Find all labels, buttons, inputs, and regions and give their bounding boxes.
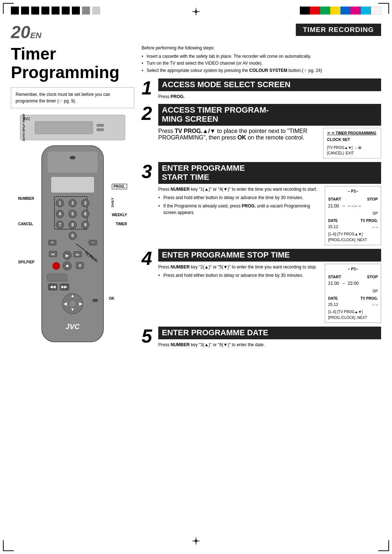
step-2-text: Press TV PROG.▲/▼ to place the pointer n… <box>158 128 320 158</box>
svg-text:OK: OK <box>93 299 98 303</box>
svg-text:⏭: ⏭ <box>76 252 79 256</box>
step-2-heading: ACCESS TIMER PROGRAM-MING SCREEN <box>158 104 381 126</box>
page-number: 20EN <box>11 24 41 41</box>
step-3-section: 3 ENTER PROGRAMMESTART TIME Press NUMBER… <box>142 162 381 245</box>
cancel-label: CANCEL <box>18 222 33 226</box>
svg-rect-6 <box>51 177 94 193</box>
page-title: Timer Programming <box>11 45 134 81</box>
prereq-section: Before performing the following steps: I… <box>142 45 381 74</box>
svg-text:8: 8 <box>72 222 74 227</box>
step-4-text: Press NUMBER key "2(▲)" or "5(▼)" to ent… <box>158 264 319 323</box>
weekly-label: WEEKLY <box>112 213 127 217</box>
step-2-body: Press TV PROG.▲/▼ to place the pointer n… <box>158 128 381 158</box>
step-1-content: ACCESS MODE SELECT SCREEN Press PROG. <box>158 78 381 100</box>
step-5-heading: ENTER PROGRAMME DATE <box>158 327 381 339</box>
timer-label: TIMER <box>116 222 127 226</box>
right-column: Before performing the following steps: I… <box>142 45 381 352</box>
note-box: Remember, the clock must be set before y… <box>11 87 134 108</box>
step-3-text: Press NUMBER key "1(▲)" or "4(▼)" to ent… <box>158 186 319 245</box>
top-decoration-squares <box>11 7 100 15</box>
step-1-section: 1 ACCESS MODE SELECT SCREEN Press PROG. <box>142 78 381 100</box>
step-5-content: ENTER PROGRAMME DATE Press NUMBER key "3… <box>158 327 381 348</box>
step-4-number: 4 <box>142 249 155 268</box>
svg-text:7: 7 <box>59 222 61 227</box>
step-4-heading: ENTER PROGRAMME STOP TIME <box>158 249 381 262</box>
step-2-menu-box: ☞ ☞ TIMER PROGRAMMING CLOCK SET [TV PROG… <box>323 128 381 158</box>
svg-text:▼: ▼ <box>70 307 75 312</box>
svg-text:6: 6 <box>84 211 87 217</box>
step-1-heading: ACCESS MODE SELECT SCREEN <box>158 78 381 91</box>
step-3-number: 3 <box>142 162 155 181</box>
step-5-section: 5 ENTER PROGRAMME DATE Press NUMBER key … <box>142 327 381 348</box>
prog-label: PROG. <box>112 184 127 189</box>
step-4-section: 4 ENTER PROGRAMME STOP TIME Press NUMBER… <box>142 249 381 323</box>
remote-svg: 1 2 3 4 5 6 7 <box>20 144 125 347</box>
step-2-section: 2 ACCESS TIMER PROGRAM-MING SCREEN Press… <box>142 104 381 158</box>
svg-text:▶: ▶ <box>79 301 83 306</box>
svg-text:JVC: JVC <box>66 323 80 331</box>
ok-label: OK <box>109 296 114 300</box>
step-1-body: Press PROG. <box>158 93 381 100</box>
svg-text:▲: ▲ <box>70 293 75 298</box>
center-crosshair-top <box>192 8 200 17</box>
step-4-content: ENTER PROGRAMME STOP TIME Press NUMBER k… <box>158 249 381 323</box>
svg-text:⏮: ⏮ <box>51 252 55 256</box>
step-5-body: Press NUMBER key "3(▲)" or "6(▼)" to ent… <box>158 341 381 348</box>
header-row: 20EN TIMER RECORDING <box>11 24 381 41</box>
svg-text:◀◀: ◀◀ <box>50 284 56 289</box>
svg-text:0: 0 <box>72 233 74 238</box>
svg-point-5 <box>70 156 75 159</box>
auto-sp-lp-timer-label: AUTO SP/LP TIMER <box>22 114 25 141</box>
step-3-timer-box: – P1– START STOP 21:00 → – –:– – SP <box>325 186 381 245</box>
sp-lp-ep-label: SP/LP/EP <box>18 260 34 264</box>
left-column: Timer Programming Remember, the clock mu… <box>11 45 134 352</box>
svg-text:1: 1 <box>59 201 61 206</box>
svg-text:▶▶: ▶▶ <box>61 284 68 289</box>
prereq-item-3: Select the appropriate colour system by … <box>142 67 381 74</box>
svg-text:9: 9 <box>84 222 87 227</box>
prereq-item-2: Turn on the TV and select the VIDEO chan… <box>142 60 381 67</box>
svg-point-44 <box>53 262 60 270</box>
top-color-bar <box>300 7 381 15</box>
svg-text:–: – <box>92 240 94 244</box>
step-5-number: 5 <box>142 327 155 345</box>
svg-text:2: 2 <box>72 201 74 206</box>
svg-point-51 <box>69 300 76 307</box>
step-2-content: ACCESS TIMER PROGRAM-MING SCREEN Press T… <box>158 104 381 158</box>
step-1-number: 1 <box>142 78 155 97</box>
remote-control-diagram: JVC AUTO SP/LP TIMER PR <box>11 115 134 349</box>
svg-text:+: + <box>51 240 53 244</box>
center-crosshair-bottom <box>192 537 200 546</box>
svg-rect-45 <box>47 274 67 281</box>
step-3-body: Press NUMBER key "1(▲)" or "4(▼)" to ent… <box>158 186 381 245</box>
svg-text:5: 5 <box>72 211 74 217</box>
svg-rect-4 <box>47 151 98 173</box>
prereq-item-1: Insert a cassette with the safety tab in… <box>142 53 381 60</box>
svg-text:⏸: ⏸ <box>78 263 82 268</box>
step-3-content: ENTER PROGRAMMESTART TIME Press NUMBER k… <box>158 162 381 245</box>
svg-text:▶: ▶ <box>66 253 69 258</box>
svg-text:3: 3 <box>84 201 87 206</box>
svg-text:◀: ◀ <box>64 301 67 306</box>
step-4-body: Press NUMBER key "2(▲)" or "5(▼)" to ent… <box>158 264 381 323</box>
section-badge: TIMER RECORDING <box>296 24 381 36</box>
svg-text:■: ■ <box>66 263 68 268</box>
number-label: NUMBER <box>18 197 34 201</box>
step-4-timer-box: – P1– START STOP 21:00 → 22:00 SP <box>325 264 381 323</box>
svg-text:4: 4 <box>59 211 61 217</box>
daily-label: DAILY <box>111 198 114 208</box>
step-3-heading: ENTER PROGRAMMESTART TIME <box>158 162 381 184</box>
step-2-number: 2 <box>142 104 155 123</box>
